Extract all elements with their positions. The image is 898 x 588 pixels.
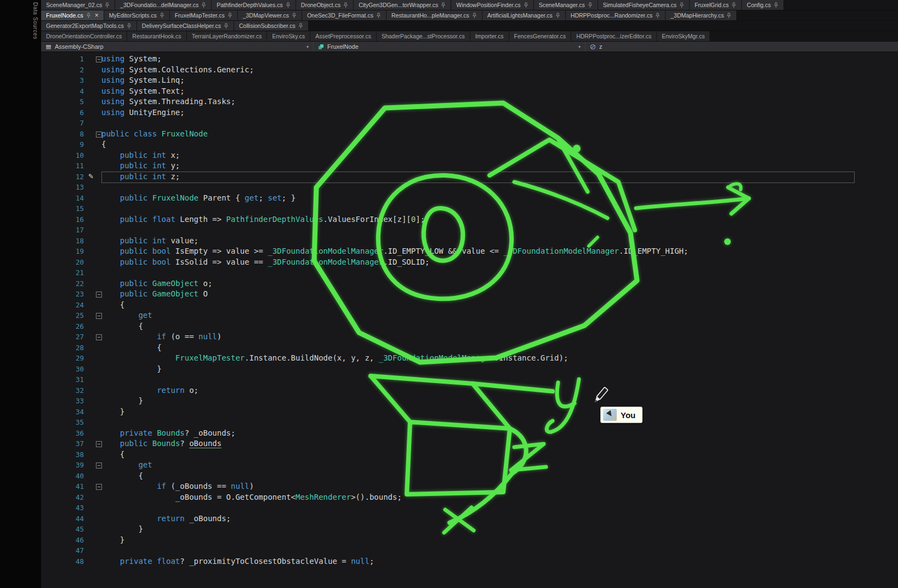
tab-CollisionSubscriber.cs[interactable]: CollisionSubscriber.cs [234,21,308,31]
fold-collapse-icon[interactable] [87,332,101,342]
fold-collapse-icon[interactable] [87,54,101,65]
code-line-46[interactable]: 46 } [41,535,898,546]
tab-Config.cs[interactable]: Config.cs [742,0,783,10]
code-line-29[interactable]: 29 FruxelMapTester.Instance.BuildNode(x,… [41,353,898,364]
tab-_3DMapHierarchy.cs[interactable]: _3DMapHierarchy.cs [666,10,736,20]
type-dropdown[interactable]: FruxelNode ▾ [314,42,586,52]
code-line-16[interactable]: 16 public float Length => PathfinderDept… [41,214,898,225]
code-line-34[interactable]: 34 } [41,407,898,418]
code-line-43[interactable]: 43 [41,503,898,513]
code-line-47[interactable]: 47 [41,545,898,556]
code-line-3[interactable]: 3using System.Linq; [41,75,898,86]
tab-CityGen3DGen...torWrapper.cs[interactable]: CityGen3DGen...torWrapper.cs [354,0,451,10]
code-line-30[interactable]: 30 } [41,364,898,375]
code-line-2[interactable]: 2using System.Collections.Generic; [41,65,898,76]
pin-icon[interactable] [376,13,381,19]
tab-PathfinderDepthValues.cs[interactable]: PathfinderDepthValues.cs [212,0,295,10]
code-line-25[interactable]: 25 get [41,310,898,321]
fold-collapse-icon[interactable] [87,289,101,300]
tab-RestaurantHook.cs[interactable]: RestaurantHook.cs [127,31,186,41]
code-line-45[interactable]: 45 } [41,524,898,535]
pin-icon[interactable] [292,13,297,19]
code-line-44[interactable]: 44 return _oBounds; [41,513,898,524]
project-dropdown[interactable]: Assembly-CSharp ▾ [41,42,314,52]
pin-icon[interactable] [774,2,778,8]
tab-FruxelGrid.cs[interactable]: FruxelGrid.cs [690,0,741,10]
tab-_3DMapViewer.cs[interactable]: _3DMapViewer.cs [238,10,302,20]
tab-HDRPPostproc...Randomizer.cs[interactable]: HDRPPostproc...Randomizer.cs [566,10,665,20]
tab-FruxelMapTester.cs[interactable]: FruxelMapTester.cs [170,10,237,20]
pin-icon[interactable] [224,23,229,29]
pin-icon[interactable] [86,13,91,19]
code-line-21[interactable]: 21 [41,267,898,278]
tab-Generator2ExportMapTools.cs[interactable]: Generator2ExportMapTools.cs [41,21,137,31]
pin-icon[interactable] [655,13,660,19]
code-line-24[interactable]: 24 { [41,300,898,311]
pin-icon[interactable] [555,13,560,19]
pin-icon[interactable] [201,2,206,8]
pin-icon[interactable] [524,2,528,8]
code-line-27[interactable]: 27 if (o == null) [41,332,898,342]
fold-collapse-icon[interactable] [87,460,101,471]
code-line-1[interactable]: 1using System; [41,54,898,65]
code-line-4[interactable]: 4using System.Text; [41,86,898,97]
code-line-5[interactable]: 5using System.Threading.Tasks; [41,96,898,107]
pin-icon[interactable] [127,23,132,29]
code-line-36[interactable]: 36 private Bounds? _oBounds; [41,428,898,439]
code-line-17[interactable]: 17 [41,225,898,236]
code-line-26[interactable]: 26 { [41,321,898,332]
tab-FruxelNode.cs[interactable]: FruxelNode.cs× [41,10,104,20]
pin-icon[interactable] [726,13,731,19]
tab-EnviroSky.cs[interactable]: EnviroSky.cs [267,31,310,41]
pin-icon[interactable] [298,23,303,29]
pin-icon[interactable] [441,2,446,8]
code-line-23[interactable]: 23 public GameObject O [41,289,898,300]
tab-HDRPPostproc...izerEditor.cs[interactable]: HDRPPostproc...izerEditor.cs [571,31,656,41]
fold-collapse-icon[interactable] [87,310,101,321]
tab-WindowPositionFinder.cs[interactable]: WindowPositionFinder.cs [451,0,533,10]
code-line-35[interactable]: 35 [41,417,898,428]
code-line-19[interactable]: 19 public bool IsEmpty => value >= _3DFo… [41,246,898,257]
close-icon[interactable]: × [95,12,99,19]
tab-SimulatedFisheyeCamera.cs[interactable]: SimulatedFisheyeCamera.cs [598,0,689,10]
pin-icon[interactable] [731,2,736,8]
tab-AssetPreprocessor.cs[interactable]: AssetPreprocessor.cs [310,31,376,41]
tab-EnviroSkyMgr.cs[interactable]: EnviroSkyMgr.cs [657,31,709,41]
code-line-40[interactable]: 40 { [41,471,898,482]
pin-icon[interactable] [343,2,348,8]
tab-OneSec3D_FileFormat.cs[interactable]: OneSec3D_FileFormat.cs [302,10,386,20]
tab-_3DFoundatio...delManager.cs[interactable]: _3DFoundatio...delManager.cs [115,0,211,10]
tab-FencesGenerator.cs[interactable]: FencesGenerator.cs [509,31,571,41]
code-line-33[interactable]: 33 } [41,396,898,407]
tab-ArtificialLightsManager.cs[interactable]: ArtificialLightsManager.cs [482,10,565,20]
code-line-22[interactable]: 22 public GameObject o; [41,278,898,289]
tab-DroneOrientationController.cs[interactable]: DroneOrientationController.cs [41,31,127,41]
tab-DroneObject.cs[interactable]: DroneObject.cs [296,0,353,10]
code-editor[interactable]: 1using System;2using System.Collections.… [41,52,898,588]
code-line-48[interactable]: 48 private float? _proximityToClosestObs… [41,556,898,567]
code-line-42[interactable]: 42 _oBounds = O.GetComponent<MeshRendere… [41,492,898,503]
code-line-13[interactable]: 13 [41,182,898,193]
code-line-8[interactable]: 8public class FruxelNode [41,129,898,140]
tab-SceneManager_02.cs[interactable]: SceneManager_02.cs [41,0,115,10]
pin-icon[interactable] [228,13,232,19]
code-line-37[interactable]: 37 public Bounds? oBounds [41,438,898,449]
data-sources-vertical-tab[interactable]: Data Sources [32,2,38,39]
code-line-14[interactable]: 14 public FruxelNode Parent { get; set; … [41,193,898,204]
code-line-10[interactable]: 10 public int x; [41,150,898,161]
tab-ShaderPackage...stProcessor.cs[interactable]: ShaderPackage...stProcessor.cs [377,31,470,41]
tab-Importer.cs[interactable]: Importer.cs [470,31,509,41]
pin-icon[interactable] [286,2,291,8]
code-line-7[interactable]: 7 [41,118,898,129]
pin-icon[interactable] [105,2,110,8]
code-line-38[interactable]: 38 { [41,449,898,460]
pin-icon[interactable] [679,2,684,8]
pin-icon[interactable] [160,13,164,19]
tab-RestaurantHo...pleManager.cs[interactable]: RestaurantHo...pleManager.cs [387,10,482,20]
code-line-12[interactable]: 12✎ public int z; [41,172,898,182]
code-line-20[interactable]: 20 public bool IsSolid => value == _3DFo… [41,257,898,268]
code-line-6[interactable]: 6using UnityEngine; [41,107,898,118]
pin-icon[interactable] [472,13,477,19]
code-line-18[interactable]: 18 public int value; [41,236,898,247]
code-line-32[interactable]: 32 return o; [41,385,898,396]
